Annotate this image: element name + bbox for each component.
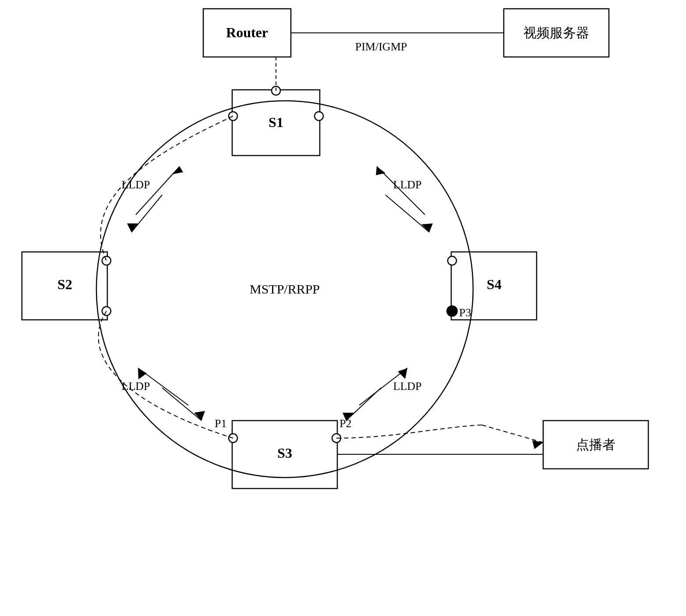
router-label: Router — [226, 25, 268, 40]
s4-label: S4 — [487, 276, 502, 292]
svg-point-10 — [315, 112, 323, 120]
svg-point-11 — [102, 256, 111, 265]
svg-line-26 — [162, 388, 202, 421]
video-server-label: 视频服务器 — [523, 25, 589, 40]
svg-point-14 — [447, 306, 457, 316]
lldp-top-right: LLDP — [393, 178, 422, 191]
lldp-bottom-left: LLDP — [122, 380, 150, 393]
lldp-top-left: LLDP — [122, 178, 150, 191]
p1-label: P1 — [215, 417, 226, 430]
svg-line-22 — [385, 195, 429, 232]
svg-marker-21 — [172, 166, 183, 174]
s3-label: S3 — [277, 445, 292, 461]
viewer-label: 点播者 — [576, 437, 615, 452]
svg-marker-29 — [138, 368, 147, 379]
mstp-rrpp-label: MSTP/RRPP — [250, 282, 320, 296]
svg-line-18 — [131, 195, 162, 232]
lldp-bottom-right: LLDP — [393, 380, 422, 393]
svg-marker-33 — [398, 368, 407, 379]
p3-label: P3 — [459, 306, 471, 319]
svg-point-13 — [448, 256, 456, 265]
network-diagram: Router 视频服务器 S1 S2 S4 S3 点播者 PIM/IGMP — [0, 0, 686, 616]
svg-line-35 — [482, 425, 543, 443]
s1-label: S1 — [269, 114, 283, 130]
pim-igmp-label: PIM/IGMP — [355, 40, 407, 53]
s2-label: S2 — [57, 276, 72, 292]
